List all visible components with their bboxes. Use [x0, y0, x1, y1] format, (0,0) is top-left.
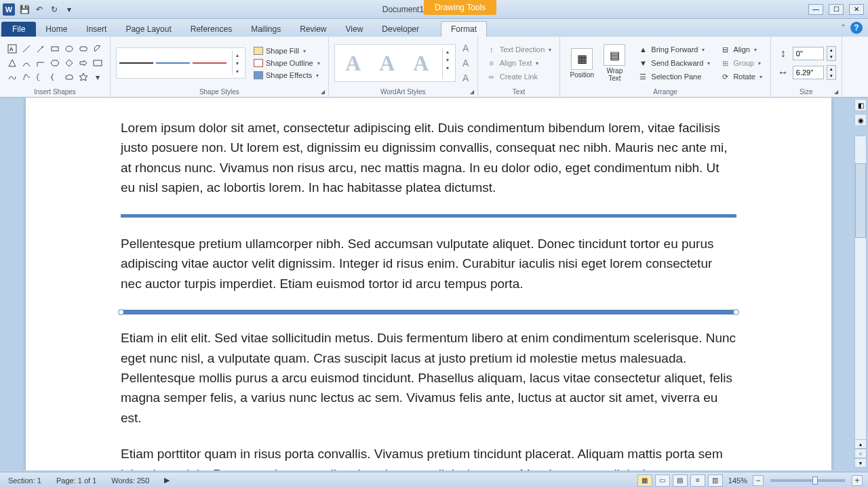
paragraph-2[interactable]: Pellentesque pretium ullamcorper nibh. S…: [121, 234, 736, 293]
shape-bracket-icon[interactable]: [34, 70, 47, 84]
send-backward-button[interactable]: ▼Send Backward▾: [635, 57, 713, 69]
style-swatch-3[interactable]: [193, 62, 226, 64]
shape-oval-icon[interactable]: [62, 42, 76, 56]
shape-fill-button[interactable]: Shape Fill▾: [251, 45, 323, 56]
vertical-scrollbar[interactable]: [854, 136, 867, 441]
shape-diamond-icon[interactable]: [62, 56, 76, 70]
shape-effects-button[interactable]: Shape Effects▾: [251, 70, 323, 81]
help-icon[interactable]: ?: [850, 22, 863, 34]
shape-freeform-icon[interactable]: [5, 70, 19, 84]
position-button[interactable]: ▦ Position: [566, 47, 598, 80]
shape-triangle-icon[interactable]: [5, 56, 19, 70]
shape-rounded-rect-icon[interactable]: [77, 42, 90, 56]
undo-icon[interactable]: ↶: [33, 3, 46, 16]
gallery-more-icon[interactable]: ▾: [443, 64, 452, 72]
tab-insert[interactable]: Insert: [77, 22, 116, 37]
status-page[interactable]: Page: 1 of 1: [54, 476, 99, 485]
gallery-up-icon[interactable]: ▴: [233, 51, 242, 59]
wordart-gallery[interactable]: A A A ▴ ▾ ▾: [334, 44, 456, 82]
gallery-down-icon[interactable]: ▾: [233, 59, 242, 67]
resize-handle-right[interactable]: [733, 309, 739, 315]
view-print-layout-icon[interactable]: ▦: [637, 474, 652, 487]
paragraph-1[interactable]: Lorem ipsum dolor sit amet, consectetur …: [121, 118, 736, 198]
wordart-swatch-2[interactable]: A: [372, 47, 403, 79]
object-browse-icon[interactable]: ◉: [854, 114, 867, 126]
shape-line-icon[interactable]: [20, 42, 33, 56]
status-section[interactable]: Section: 1: [5, 476, 44, 485]
browse-object-icon[interactable]: ○: [854, 449, 867, 458]
height-down[interactable]: ▾: [827, 54, 835, 60]
tab-file[interactable]: File: [1, 22, 36, 37]
tab-review[interactable]: Review: [290, 22, 336, 37]
shape-star-icon[interactable]: [77, 70, 90, 84]
wordart-swatch-1[interactable]: A: [338, 47, 369, 79]
view-full-screen-icon[interactable]: ▭: [655, 474, 670, 487]
save-icon[interactable]: 💾: [18, 3, 31, 16]
paragraph-4[interactable]: Etiam porttitor quam in risus porta conv…: [121, 444, 736, 470]
view-draft-icon[interactable]: ▥: [708, 474, 723, 487]
shapes-gallery[interactable]: A ▾: [5, 42, 104, 84]
shape-arrow-icon[interactable]: [34, 42, 47, 56]
text-fill-icon[interactable]: A: [460, 42, 472, 54]
document-page[interactable]: Lorem ipsum dolor sit amet, consectetur …: [26, 98, 831, 470]
horizontal-line-1[interactable]: [121, 214, 736, 218]
wrap-text-button[interactable]: ▤ Wrap Text: [598, 43, 631, 83]
paragraph-3[interactable]: Etiam in elit elit. Sed vitae sollicitud…: [121, 328, 736, 428]
dialog-launcher-wordart[interactable]: ◢: [468, 87, 476, 96]
zoom-slider-thumb[interactable]: [812, 476, 818, 485]
gallery-down-icon[interactable]: ▾: [443, 56, 452, 64]
close-button[interactable]: ✕: [849, 4, 864, 15]
maximize-button[interactable]: ☐: [829, 4, 844, 15]
minimize-button[interactable]: —: [808, 4, 823, 15]
shape-outline-button[interactable]: Shape Outline▾: [251, 58, 323, 68]
gallery-more-icon[interactable]: ▾: [233, 67, 242, 75]
style-swatch-1[interactable]: [119, 62, 153, 64]
zoom-level[interactable]: 145%: [726, 476, 750, 485]
tab-home[interactable]: Home: [36, 22, 77, 37]
align-button[interactable]: ⊟Align▾: [717, 43, 764, 56]
shape-styles-gallery[interactable]: ▴ ▾ ▾: [116, 47, 245, 79]
dialog-launcher-size[interactable]: ◢: [832, 87, 840, 96]
text-outline-icon[interactable]: A: [460, 57, 472, 69]
width-input[interactable]: 6.29": [793, 66, 824, 79]
shape-elbow-icon[interactable]: [34, 56, 47, 70]
next-page-icon[interactable]: ▾: [854, 458, 867, 468]
view-outline-icon[interactable]: ≡: [690, 474, 705, 487]
scrollbar-thumb[interactable]: [855, 163, 866, 238]
collapse-ribbon-icon[interactable]: ⌃: [840, 23, 846, 32]
zoom-out-button[interactable]: −: [753, 475, 764, 486]
style-swatch-2[interactable]: [156, 62, 190, 64]
shape-textbox-icon[interactable]: A: [5, 42, 19, 56]
dialog-launcher-shape-styles[interactable]: ◢: [319, 87, 327, 96]
width-down[interactable]: ▾: [827, 73, 835, 79]
resize-handle-left[interactable]: [118, 309, 124, 315]
draw-textbox-icon[interactable]: [91, 56, 104, 70]
ruler-toggle-icon[interactable]: ◧: [854, 99, 867, 111]
rotate-button[interactable]: ⟳Rotate▾: [717, 70, 764, 83]
tab-references[interactable]: References: [181, 22, 241, 37]
zoom-in-button[interactable]: +: [852, 475, 863, 486]
status-words[interactable]: Words: 250: [108, 476, 152, 485]
tab-developer[interactable]: Developer: [372, 22, 429, 37]
tab-view[interactable]: View: [336, 22, 373, 37]
shape-rectangle-icon[interactable]: [48, 42, 62, 56]
shape-block-arrow-icon[interactable]: [77, 56, 90, 70]
shape-curve-icon[interactable]: [20, 56, 33, 70]
edit-shape-icon[interactable]: [91, 42, 104, 56]
height-input[interactable]: 0": [793, 47, 824, 60]
zoom-slider[interactable]: [770, 479, 845, 482]
tab-format[interactable]: Format: [441, 21, 487, 37]
width-up[interactable]: ▴: [827, 66, 835, 73]
shape-cloud-icon[interactable]: [62, 70, 76, 84]
tab-page-layout[interactable]: Page Layout: [116, 22, 180, 37]
prev-page-icon[interactable]: ▴: [854, 439, 867, 449]
gallery-up-icon[interactable]: ▴: [443, 47, 452, 56]
wordart-swatch-3[interactable]: A: [406, 47, 437, 79]
bring-forward-button[interactable]: ▲Bring Forward▾: [635, 43, 713, 56]
tab-mailings[interactable]: Mailings: [241, 22, 290, 37]
shape-scribble-icon[interactable]: [20, 70, 33, 84]
horizontal-line-2-selected[interactable]: [121, 310, 736, 314]
qat-customize-icon[interactable]: ▾: [62, 3, 76, 16]
shapes-more-icon[interactable]: ▾: [91, 70, 104, 84]
shape-brace-icon[interactable]: [48, 70, 62, 84]
